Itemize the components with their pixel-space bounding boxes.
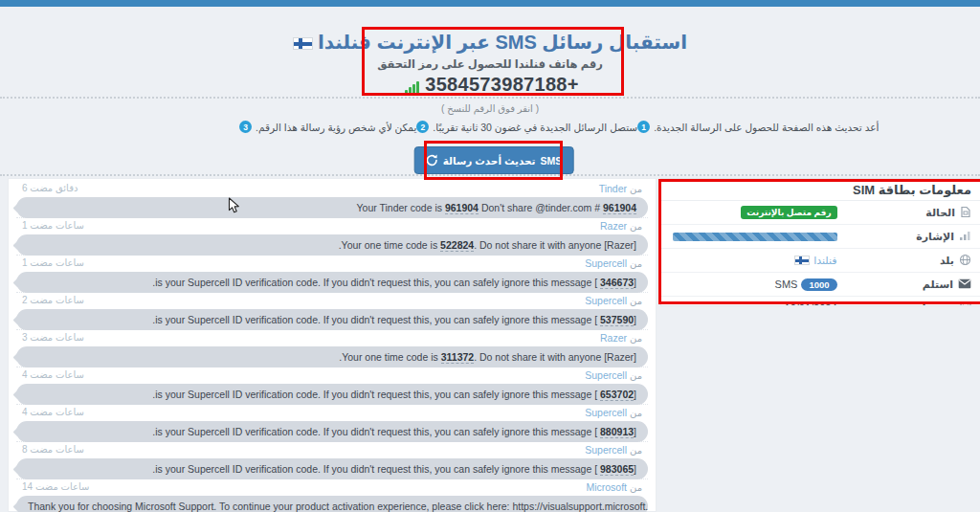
sim-row: رقم متصل بالإنترنتالحالة — [661, 201, 980, 225]
phone-row: 3584573987188+ — [0, 74, 980, 96]
message-time: 1 ساعات مضت — [22, 220, 84, 231]
message-text-segment: .is your Supercell ID verification code.… — [152, 277, 600, 288]
message-text: .is your Supercell ID verification code.… — [16, 272, 648, 293]
otp-code[interactable]: 880913 — [600, 426, 634, 438]
message-time: 2 ساعات مضت — [22, 295, 84, 305]
message-sender: منSupercell — [585, 407, 642, 418]
message-text-segment: ] — [634, 426, 636, 437]
sim-row-value: فنلندا — [673, 255, 837, 267]
sender-link[interactable]: Supercell — [585, 407, 627, 418]
otp-code[interactable]: 346673 — [600, 277, 634, 289]
from-label: من — [630, 370, 642, 381]
message-bubble: .is your Supercell ID verification code.… — [16, 421, 648, 442]
from-label: من — [630, 296, 642, 306]
refresh-button-label-en: SMS — [541, 155, 563, 167]
otp-code[interactable]: 522824 — [440, 239, 474, 252]
sim-panel-title: معلومات بطاقة SIM — [661, 179, 980, 201]
from-label: من — [630, 482, 642, 493]
message-header: 2 ساعات مضتمنSupercell — [16, 293, 648, 307]
message-item: 6 دقائق مضتمنTinderYour Tinder code is 9… — [16, 181, 648, 218]
message-sender: منTinder — [599, 183, 642, 194]
message-text-segment: . Do not share it with anyone [Razer] — [474, 351, 636, 363]
sim-card-icon — [960, 206, 971, 220]
message-header: 8 ساعات مضتمنSupercell — [16, 442, 648, 456]
messages-panel: 6 دقائق مضتمنTinderYour Tinder code is 9… — [8, 178, 657, 512]
sim-row: الإشارة — [661, 225, 980, 249]
copy-note: ( انقر فوق الرقم للنسخ ) — [0, 103, 980, 114]
sender-link[interactable]: Razer — [600, 220, 627, 232]
otp-code[interactable]: 983065 — [600, 463, 634, 476]
otp-code[interactable]: 311372 — [441, 351, 474, 364]
message-sender: منRazer — [600, 332, 642, 344]
instructions-row: 3يمكن لأي شخص رؤية رسالة هذا الرقم.2ستصل… — [239, 121, 731, 133]
refresh-button[interactable]: تحديث أحدث رسالة SMS — [414, 146, 574, 174]
sender-link[interactable]: Supercell — [585, 257, 627, 269]
sim-row-label-text: بلد — [940, 255, 954, 267]
country-link[interactable]: فنلندا — [813, 255, 836, 267]
instruction-item: 2ستصل الرسائل الجديدة في غضون 30 ثانية ت… — [416, 121, 637, 133]
sim-row-label-text: الحالة — [925, 207, 955, 219]
sender-link[interactable]: Razer — [600, 332, 627, 344]
otp-code[interactable]: 961904 — [445, 202, 479, 214]
otp-code[interactable]: 653702 — [600, 389, 634, 401]
finland-flag-icon — [794, 256, 810, 265]
finland-flag-icon — [293, 37, 313, 50]
sim-row: 10/01/2024تنشيط منذ — [661, 297, 980, 306]
sender-link[interactable]: Supercell — [585, 369, 627, 381]
sim-row-value: SMS1000 — [673, 278, 837, 291]
sim-row-label: تنشيط منذ — [837, 301, 971, 307]
message-bubble: .is your Supercell ID verification code.… — [16, 458, 648, 479]
phone-number[interactable]: 3584573987188+ — [425, 74, 578, 96]
step-number-icon: 1 — [637, 121, 650, 133]
sim-row-label-text: تنشيط منذ — [901, 302, 955, 307]
divider-dotted-bottom — [0, 174, 980, 176]
page-title-text: استقبال رسائل SMS عبر الإنترنت فنلندا — [318, 32, 687, 53]
instruction-text: ستصل الرسائل الجديدة في غضون 30 ثانية تق… — [433, 122, 637, 133]
message-text-segment: ] — [634, 389, 636, 400]
sender-link[interactable]: Supercell — [585, 295, 627, 306]
message-header: 6 دقائق مضتمنTinder — [16, 181, 648, 195]
sim-info-panel: معلومات بطاقة SIM رقم متصل بالإنترنتالحا… — [660, 178, 980, 306]
message-header: 4 ساعات مضتمنSupercell — [16, 367, 648, 382]
message-text-segment: .is your Supercell ID verification code.… — [152, 389, 600, 400]
message-header: 1 ساعات مضتمنRazer — [16, 218, 648, 233]
sim-row: فنلندابلد — [661, 249, 980, 273]
antenna-icon — [959, 230, 971, 243]
sender-link[interactable]: Microsoft — [586, 481, 627, 493]
message-text: .is your Supercell ID verification code.… — [16, 384, 648, 405]
message-text-segment: .Your one time code is — [339, 351, 440, 363]
sim-row-value: 10/01/2024 — [673, 302, 837, 306]
message-text-segment: .is your Supercell ID verification code.… — [152, 314, 600, 325]
sim-row: SMS1000استلم — [661, 273, 980, 297]
message-time: 6 دقائق مضت — [22, 183, 78, 193]
from-label: من — [630, 408, 642, 418]
from-label: من — [630, 445, 642, 456]
message-item: 14 ساعات مضتمنMicrosoftThank you for cho… — [16, 479, 648, 512]
sender-link[interactable]: Supercell — [585, 444, 627, 456]
sim-row-value: رقم متصل بالإنترنت — [673, 206, 837, 219]
message-time: 4 ساعات مضت — [22, 369, 84, 380]
message-bubble: .is your Supercell ID verification code.… — [16, 309, 648, 330]
message-bubble: .Your one time code is 522824. Do not sh… — [16, 234, 648, 256]
message-item: 8 ساعات مضتمنSupercell.is your Supercell… — [16, 442, 648, 479]
sender-link[interactable]: Tinder — [599, 183, 627, 194]
message-item: 4 ساعات مضتمنSupercell.is your Supercell… — [16, 367, 648, 405]
message-header: 14 ساعات مضتمنMicrosoft — [16, 479, 648, 494]
message-text-segment: ] — [634, 314, 636, 325]
status-badge: رقم متصل بالإنترنت — [741, 206, 836, 219]
instruction-text: يمكن لأي شخص رؤية رسالة هذا الرقم. — [256, 122, 416, 133]
message-time: 4 ساعات مضت — [22, 407, 84, 417]
step-number-icon: 2 — [416, 121, 429, 133]
message-time: 8 ساعات مضت — [22, 444, 84, 455]
otp-code[interactable]: 537590 — [600, 314, 634, 326]
sim-row-value — [673, 233, 837, 241]
from-label: من — [630, 333, 642, 344]
message-sender: منSupercell — [585, 369, 642, 381]
message-text-segment: . Do not share it with anyone [Razer] — [474, 239, 636, 251]
from-label: من — [630, 184, 642, 194]
message-item: 2 ساعات مضتمنSupercell.is your Supercell… — [16, 293, 648, 330]
step-number-icon: 3 — [239, 121, 252, 133]
otp-code[interactable]: 961904 — [603, 202, 636, 214]
activation-date: 10/01/2024 — [785, 302, 837, 306]
message-time: 14 ساعات مضت — [22, 481, 89, 492]
